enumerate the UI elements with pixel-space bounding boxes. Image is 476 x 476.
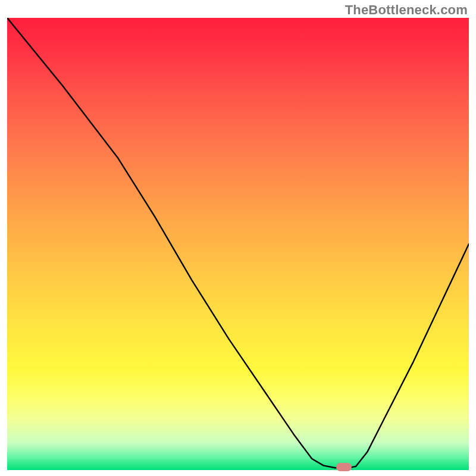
bottleneck-curve bbox=[7, 18, 469, 470]
optimum-marker bbox=[336, 463, 352, 471]
watermark-text: TheBottleneck.com bbox=[345, 2, 468, 18]
curve-path bbox=[7, 18, 469, 468]
bottleneck-chart: TheBottleneck.com bbox=[0, 0, 476, 476]
plot-area bbox=[7, 18, 469, 470]
